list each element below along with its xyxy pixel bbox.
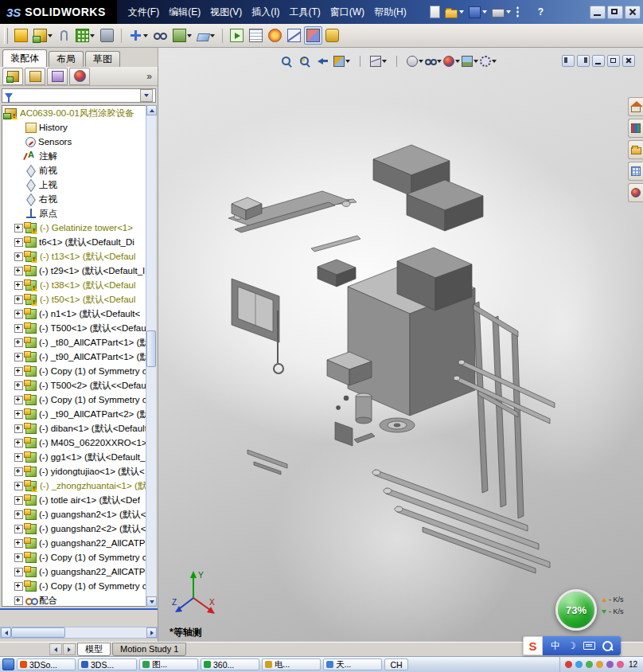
tree-item[interactable]: (-) T500<2> (默认<<Default (2, 378, 155, 393)
menu-tools[interactable]: 工具(T) (284, 3, 325, 21)
insert-components-icon[interactable] (31, 26, 55, 45)
tree-item[interactable]: t6<1> (默认<Default_Di (2, 235, 155, 249)
tab-motion-study-1[interactable]: Motion Study 1 (112, 643, 186, 656)
sogou-logo-icon[interactable]: S (523, 636, 543, 655)
minimize-button[interactable] (590, 6, 606, 19)
toolbar-grip[interactable] (4, 28, 8, 44)
pane-left-button[interactable] (562, 55, 575, 67)
show-hidden-components-icon[interactable] (151, 26, 170, 45)
menu-file[interactable]: 文件(F) (123, 3, 164, 21)
quick-launch-icon[interactable] (2, 658, 14, 670)
expand-icon[interactable] (14, 338, 23, 347)
expand-icon[interactable] (14, 582, 23, 591)
panel-splitter[interactable] (0, 608, 158, 610)
expand-icon[interactable] (14, 525, 23, 533)
tree-item[interactable]: (-) Copy (1) of Symmetry o (2, 364, 155, 378)
tab-model[interactable]: 模型 (77, 643, 111, 656)
scroll-thumb[interactable] (11, 627, 65, 638)
help-button[interactable]: ? (533, 5, 548, 19)
tree-item[interactable]: (-) Gelatinize tower<1> (2, 221, 155, 235)
minimize-doc-button[interactable] (592, 55, 605, 67)
close-button[interactable] (625, 6, 641, 19)
scroll-up-button[interactable] (146, 105, 157, 115)
expand-icon[interactable] (14, 310, 23, 318)
expand-icon[interactable] (14, 353, 23, 361)
restore-doc-button[interactable] (607, 55, 620, 67)
task-pane-tab[interactable] (628, 183, 643, 202)
tab-scroll-right-button[interactable] (63, 643, 76, 655)
taskbar-button-lang-ch[interactable]: CH (384, 658, 408, 670)
tree-item[interactable]: (-) Copy (1) of Symmetry o (2, 550, 155, 565)
more-commands-button[interactable] (515, 6, 520, 18)
move-component-icon[interactable] (127, 26, 150, 45)
open-button[interactable] (444, 6, 465, 19)
scroll-down-button[interactable] (146, 596, 157, 607)
toolbar-separator[interactable] (218, 26, 227, 45)
expand-icon[interactable] (14, 553, 23, 562)
tree-item[interactable]: (-) _t90_AllCATPart<1> (默认 (2, 350, 155, 364)
tree-item[interactable]: (-) totle air<1> (默认<Def (2, 493, 155, 507)
toolbar-separator[interactable] (117, 26, 126, 45)
scroll-thumb[interactable] (146, 330, 156, 367)
tree-item[interactable]: 原点 (2, 206, 155, 221)
scroll-left-button[interactable] (1, 627, 11, 638)
hide-show-items-icon[interactable] (424, 53, 442, 68)
expand-icon[interactable] (14, 510, 23, 519)
zoom-fit-icon[interactable] (278, 53, 295, 68)
wrench-icon[interactable] (602, 641, 613, 651)
edit-component-icon[interactable] (12, 26, 30, 45)
tree-item[interactable]: (-) guangshan2<1> (默认<D (2, 507, 155, 522)
tree-item[interactable]: (-) t38<1> (默认<Defaul (2, 278, 155, 292)
tree-item[interactable]: (-) t29<1> (默认<Default_I (2, 264, 155, 278)
linear-component-pattern-icon[interactable] (73, 26, 97, 45)
graphics-viewport[interactable]: Y X Z *等轴测 (158, 48, 643, 642)
keyboard-icon[interactable] (583, 642, 595, 650)
taskbar-button-360[interactable]: 360... (201, 658, 259, 670)
menu-view[interactable]: 视图(V) (205, 3, 247, 21)
tree-item[interactable]: (-) Copy (1) of Symmetry o (2, 579, 155, 593)
tray-icon-3[interactable] (586, 661, 593, 668)
tree-item[interactable]: (-) _t80_AllCATPart<1> (默 (2, 335, 155, 350)
tree-item[interactable]: (-) guangshan22_AllCATPart (2, 536, 155, 550)
save-button[interactable] (468, 6, 488, 19)
view-settings-icon[interactable] (479, 53, 497, 68)
expand-icon[interactable] (14, 367, 23, 376)
lang-indicator[interactable]: 中 (551, 639, 560, 653)
expand-icon[interactable] (14, 224, 23, 232)
task-pane-tab[interactable] (628, 97, 643, 116)
print-button[interactable] (491, 6, 512, 18)
expand-icon[interactable] (14, 281, 23, 290)
expand-icon[interactable] (14, 424, 23, 433)
section-view-icon[interactable] (333, 53, 350, 68)
smart-fasteners-icon[interactable] (98, 26, 116, 45)
assembly-model[interactable] (158, 48, 643, 642)
instant3d-icon[interactable] (323, 26, 341, 45)
taskbar-button-weather[interactable]: 天... (323, 658, 382, 670)
expand-icon[interactable] (14, 410, 23, 419)
zoom-area-icon[interactable] (296, 53, 314, 68)
expand-icon[interactable] (14, 252, 23, 261)
tree-item[interactable]: Sensors (2, 135, 155, 149)
new-motion-study-icon[interactable] (228, 26, 246, 45)
moon-icon[interactable]: ☽ (567, 640, 576, 651)
tree-item[interactable]: (-) yidongtujiao<1> (默认< (2, 464, 155, 479)
tree-item[interactable]: (-) M40S_06220XXRO<1> (默认 (2, 436, 155, 450)
expand-icon[interactable] (14, 467, 23, 476)
tab-scroll-left-button[interactable] (49, 643, 62, 655)
menu-window[interactable]: 窗口(W) (325, 3, 369, 21)
tree-item[interactable]: 上视 (2, 178, 155, 192)
expand-icon[interactable] (14, 539, 23, 548)
expand-icon[interactable] (14, 568, 23, 576)
display-style-icon[interactable] (406, 53, 423, 68)
expand-icon[interactable] (14, 267, 23, 275)
expand-icon[interactable] (14, 324, 23, 333)
tree-horizontal-scrollbar[interactable] (0, 627, 158, 639)
task-pane-tab[interactable] (628, 140, 643, 159)
expand-icon[interactable] (14, 596, 23, 605)
tray-icon-1[interactable] (565, 661, 572, 668)
pane-right-button[interactable] (577, 55, 590, 67)
task-pane-tab[interactable] (628, 162, 643, 181)
bill-of-materials-icon[interactable] (247, 26, 265, 45)
headsup-separator[interactable] (388, 53, 405, 68)
scroll-right-button[interactable] (146, 627, 157, 638)
